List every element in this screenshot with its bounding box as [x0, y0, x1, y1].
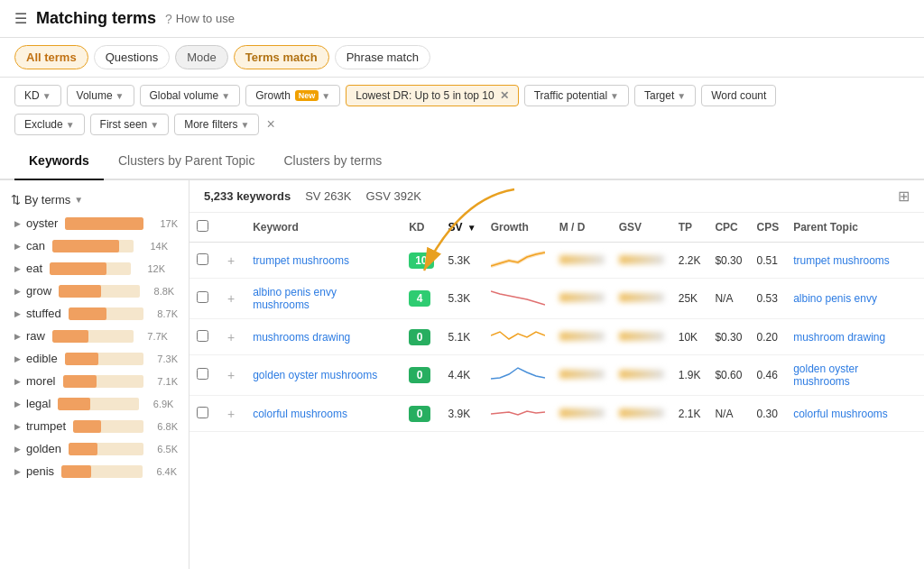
- clear-filters-icon[interactable]: ×: [266, 116, 274, 133]
- row-add-cell[interactable]: +: [217, 355, 245, 396]
- sidebar-items-container: ▶ oyster 17K ▶ can 14K ▶ eat: [0, 212, 189, 482]
- row-checkbox[interactable]: [197, 330, 208, 342]
- secondary-tabs: Keywords Clusters by Parent Topic Cluste…: [0, 142, 924, 180]
- row-checkbox[interactable]: [197, 368, 208, 380]
- filter-volume[interactable]: Volume▼: [67, 85, 134, 106]
- th-md[interactable]: M / D: [552, 213, 612, 243]
- sidebar-item[interactable]: ▶ edible 7.3K: [0, 347, 189, 370]
- tab-phrase-match[interactable]: Phrase match: [335, 45, 430, 69]
- row-parent-topic-cell: colorful mushrooms: [786, 396, 924, 432]
- close-icon[interactable]: ✕: [500, 89, 509, 102]
- add-icon[interactable]: +: [224, 328, 238, 346]
- parent-topic-link[interactable]: mushroom drawing: [793, 331, 885, 344]
- chevron-right-icon: ▶: [14, 309, 21, 318]
- sidebar-item[interactable]: ▶ legal 6.9K: [0, 392, 189, 415]
- keyword-link[interactable]: mushrooms drawing: [253, 331, 350, 344]
- chevron-right-icon: ▶: [14, 354, 21, 363]
- parent-topic-link[interactable]: trumpet mushrooms: [793, 254, 890, 267]
- row-sv-cell: 4.4K: [441, 355, 484, 396]
- sidebar-item[interactable]: ▶ eat 12K: [0, 257, 189, 280]
- hamburger-icon[interactable]: ☰: [14, 10, 27, 27]
- filter-target[interactable]: Target▼: [634, 85, 696, 106]
- sidebar-term-label: penis: [26, 464, 54, 478]
- row-add-cell[interactable]: +: [217, 396, 245, 432]
- row-tp-cell: 25K: [671, 279, 708, 319]
- th-cpc[interactable]: CPC: [707, 213, 749, 243]
- parent-topic-link[interactable]: colorful mushrooms: [793, 408, 888, 420]
- add-icon[interactable]: +: [224, 252, 238, 270]
- sidebar-item[interactable]: ▶ trumpet 6.8K: [0, 415, 189, 437]
- sidebar-item[interactable]: ▶ penis 6.4K: [0, 460, 189, 482]
- add-icon[interactable]: +: [224, 405, 238, 423]
- sidebar-item[interactable]: ▶ grow 8.8K: [0, 280, 189, 302]
- sidebar-item[interactable]: ▶ can 14K: [0, 234, 189, 257]
- row-add-cell[interactable]: +: [217, 243, 245, 279]
- chevron-right-icon: ▶: [14, 445, 21, 454]
- keyword-link[interactable]: golden oyster mushrooms: [253, 369, 377, 381]
- filter-global-volume[interactable]: Global volume▼: [140, 85, 241, 106]
- sidebar-count: 6.5K: [149, 444, 178, 454]
- row-checkbox[interactable]: [197, 253, 208, 265]
- tab-mode[interactable]: Mode: [175, 45, 228, 69]
- row-checkbox-cell[interactable]: [189, 243, 217, 279]
- th-keyword[interactable]: Keyword: [245, 213, 402, 243]
- row-add-cell[interactable]: +: [217, 279, 245, 319]
- tab-questions[interactable]: Questions: [94, 45, 171, 69]
- filter-first-seen[interactable]: First seen▼: [90, 114, 170, 135]
- columns-toggle-icon[interactable]: ⊞: [898, 188, 910, 205]
- chevron-down-icon: ▼: [610, 91, 619, 101]
- keyword-link[interactable]: albino penis envy mushrooms: [253, 286, 337, 311]
- th-sv[interactable]: SV ▼: [441, 213, 484, 243]
- th-kd[interactable]: KD: [402, 213, 440, 243]
- sec-tab-clusters-parent[interactable]: Clusters by Parent Topic: [104, 142, 269, 180]
- sec-tab-keywords[interactable]: Keywords: [14, 142, 104, 180]
- sec-tab-clusters-terms[interactable]: Clusters by terms: [269, 142, 396, 180]
- th-parent-topic[interactable]: Parent Topic: [786, 213, 924, 243]
- row-checkbox[interactable]: [197, 407, 208, 418]
- row-cpc-cell: $0.30: [707, 319, 749, 355]
- row-sv-cell: 3.9K: [441, 396, 484, 432]
- row-checkbox-cell[interactable]: [189, 279, 217, 319]
- row-cpc-cell: $0.30: [707, 243, 749, 279]
- how-to-use-link[interactable]: ? How to use: [165, 12, 235, 26]
- row-checkbox-cell[interactable]: [189, 355, 217, 396]
- row-checkbox-cell[interactable]: [189, 319, 217, 355]
- th-checkbox[interactable]: [189, 213, 217, 243]
- filter-traffic-potential[interactable]: Traffic potential▼: [524, 85, 629, 106]
- parent-topic-link[interactable]: albino penis envy: [793, 292, 877, 305]
- row-parent-topic-cell: mushroom drawing: [786, 319, 924, 355]
- row-add-cell[interactable]: +: [217, 319, 245, 355]
- row-md-cell: [552, 396, 612, 432]
- add-icon[interactable]: +: [224, 289, 238, 307]
- th-tp[interactable]: TP: [671, 213, 708, 243]
- row-growth-cell: [484, 396, 552, 432]
- th-gsv[interactable]: GSV: [612, 213, 671, 243]
- filter-exclude[interactable]: Exclude▼: [14, 114, 85, 135]
- sidebar-term-label: stuffed: [26, 307, 61, 320]
- keyword-link[interactable]: trumpet mushrooms: [253, 254, 349, 267]
- row-sv-cell: 5.3K: [441, 279, 484, 319]
- th-cps[interactable]: CPS: [749, 213, 786, 243]
- keyword-link[interactable]: colorful mushrooms: [253, 408, 347, 420]
- select-all-checkbox[interactable]: [197, 220, 208, 232]
- filter-lowest-dr[interactable]: Lowest DR: Up to 5 in top 10 ✕: [346, 85, 518, 106]
- row-kd-cell: 10: [402, 243, 440, 279]
- sidebar-item[interactable]: ▶ oyster 17K: [0, 212, 189, 234]
- th-growth[interactable]: Growth: [484, 213, 552, 243]
- sidebar-item[interactable]: ▶ raw 7.7K: [0, 325, 189, 347]
- parent-topic-link[interactable]: golden oyster mushrooms: [793, 363, 858, 388]
- sidebar-item[interactable]: ▶ morel 7.1K: [0, 370, 189, 392]
- filter-more-filters[interactable]: More filters▼: [174, 114, 259, 135]
- by-terms-header[interactable]: ⇅ By terms ▼: [0, 188, 189, 212]
- row-checkbox[interactable]: [197, 291, 208, 303]
- add-icon[interactable]: +: [224, 366, 238, 384]
- row-cpc-cell: N/A: [707, 396, 749, 432]
- tab-all-terms[interactable]: All terms: [14, 45, 88, 69]
- filter-growth[interactable]: GrowthNew▼: [245, 85, 340, 106]
- filter-word-count[interactable]: Word count: [701, 85, 776, 106]
- filter-kd[interactable]: KD▼: [14, 85, 61, 106]
- sidebar-item[interactable]: ▶ golden 6.5K: [0, 437, 189, 460]
- sidebar-item[interactable]: ▶ stuffed 8.7K: [0, 302, 189, 325]
- row-checkbox-cell[interactable]: [189, 396, 217, 432]
- tab-terms-match[interactable]: Terms match: [234, 45, 329, 69]
